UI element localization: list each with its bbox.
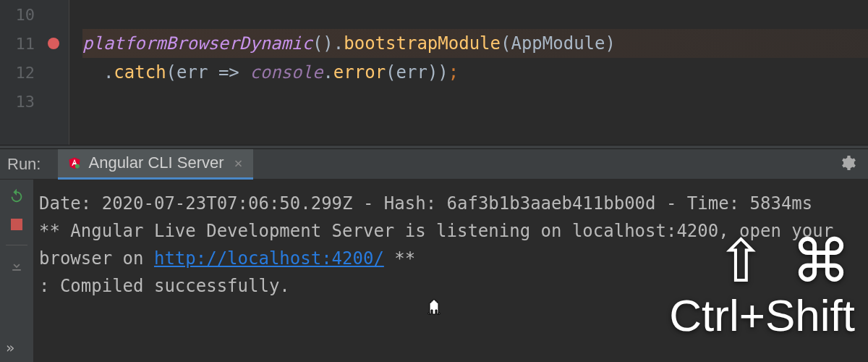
run-label: Run: <box>7 155 41 174</box>
run-tab[interactable]: Angular CLI Server × <box>58 149 252 180</box>
method-call: catch <box>114 62 166 83</box>
code-line[interactable] <box>82 0 868 29</box>
code-line[interactable]: platformBrowserDynamic().bootstrapModule… <box>82 29 868 58</box>
argument: AppModule <box>511 33 605 54</box>
code-line[interactable] <box>82 87 868 116</box>
method-call: bootstrapModule <box>344 33 501 54</box>
rerun-button[interactable] <box>8 187 25 204</box>
tab-label: Angular CLI Server <box>88 153 224 172</box>
gutter-row[interactable]: 12 <box>0 58 69 87</box>
line-number: 11 <box>6 35 35 53</box>
gutter-row[interactable]: 13 <box>0 87 69 116</box>
console-line: ** Angular Live Development Server is li… <box>39 217 862 272</box>
code-editor: 10 11 12 13 platformBrowserDynamic().boo… <box>0 0 868 145</box>
breakpoint-icon[interactable] <box>48 38 59 49</box>
run-toolbar <box>0 180 33 362</box>
console-line: Date: 2020-07-23T07:06:50.299Z - Hash: 6… <box>39 190 862 217</box>
stop-icon <box>11 219 22 230</box>
line-number: 10 <box>6 6 35 24</box>
localhost-link[interactable]: http://localhost:4200/ <box>154 248 384 269</box>
function-call: platformBrowserDynamic <box>82 33 312 54</box>
gear-icon[interactable] <box>839 154 856 174</box>
gutter-row[interactable]: 10 <box>0 0 69 29</box>
gutter-row[interactable]: 11 <box>0 29 69 58</box>
download-button[interactable] <box>8 257 25 274</box>
console-output[interactable]: Date: 2020-07-23T07:06:50.299Z - Hash: 6… <box>33 180 868 362</box>
code-line[interactable]: .catch(err => console.error(err)); <box>82 58 868 87</box>
svg-point-0 <box>75 164 80 169</box>
console-line: : Compiled successfully. <box>39 272 862 300</box>
cursor-icon <box>425 295 443 324</box>
editor-gutter: 10 11 12 13 <box>0 0 69 145</box>
angular-icon <box>68 156 81 169</box>
run-panel-body: Date: 2020-07-23T07:06:50.299Z - Hash: 6… <box>0 180 868 362</box>
line-number: 12 <box>6 64 35 82</box>
line-number: 13 <box>6 93 35 111</box>
close-icon[interactable]: × <box>234 154 243 172</box>
code-area[interactable]: platformBrowserDynamic().bootstrapModule… <box>69 0 868 145</box>
expand-button[interactable]: » <box>6 339 14 356</box>
run-panel-header: Run: Angular CLI Server × <box>0 149 868 180</box>
toolbar-divider <box>6 245 27 245</box>
stop-button[interactable] <box>8 216 25 233</box>
